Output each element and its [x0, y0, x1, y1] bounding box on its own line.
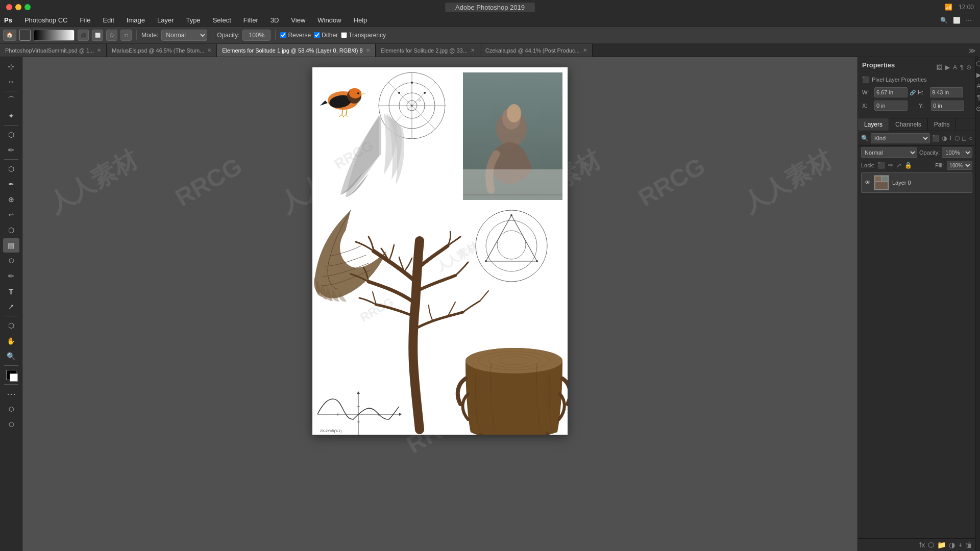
menu-image[interactable]: Image — [125, 15, 147, 25]
blend-mode-select[interactable]: Normal — [861, 147, 917, 158]
dither-checkbox[interactable] — [314, 32, 320, 38]
clone-stamp-tool[interactable]: ⊕ — [3, 192, 19, 207]
gradient-tool[interactable]: ▤ — [3, 238, 19, 253]
tab-czekala[interactable]: Czekala.psd @ 44.1% (Post Produc... ✕ — [480, 44, 593, 57]
menu-window[interactable]: Window — [315, 15, 343, 25]
create-new-layer-icon[interactable]: + — [958, 541, 962, 549]
move-tool[interactable]: ⊹ — [3, 59, 19, 73]
canvas-area[interactable]: 人人素材 RRCG 人人素材 RRCG 人人素材 RRCG 人人素材 RRCG — [22, 57, 857, 551]
lock-all-icon[interactable]: 🔒 — [904, 162, 912, 169]
tabs-collapse-icon[interactable]: ≫ — [968, 46, 976, 55]
link-icon[interactable]: 🔗 — [910, 90, 916, 95]
menu-filter[interactable]: Filter — [241, 15, 260, 25]
menu-file[interactable]: File — [78, 15, 92, 25]
lasso-tool[interactable]: ⌒ — [3, 93, 19, 108]
delete-layer-icon[interactable]: 🗑 — [965, 541, 972, 549]
play-icon[interactable]: ▶ — [945, 64, 950, 71]
properties-icon[interactable]: ⬡ — [976, 60, 980, 67]
shape-filter-icon[interactable]: ⬡ — [954, 135, 960, 142]
tab-close-icon[interactable]: ✕ — [471, 47, 475, 53]
home-button[interactable]: 🏠 — [3, 30, 16, 41]
menu-edit[interactable]: Edit — [101, 15, 116, 25]
y-input[interactable] — [931, 101, 964, 111]
adjustments-panel-icon[interactable]: ⊙ — [976, 105, 980, 112]
tab-layers[interactable]: Layers — [858, 118, 889, 131]
menu-photoshop-cc[interactable]: Photoshop CC — [22, 15, 70, 25]
tab-close-icon[interactable]: ✕ — [207, 47, 211, 53]
width-input[interactable] — [874, 87, 908, 97]
tab-close-icon[interactable]: ✕ — [583, 47, 587, 53]
close-button[interactable] — [6, 4, 12, 10]
history-brush-tool[interactable]: ↩ — [3, 208, 19, 222]
eraser-tool[interactable]: ⬡ — [3, 223, 19, 237]
shape-tool[interactable]: ⬡ — [3, 318, 19, 333]
menu-view[interactable]: View — [289, 15, 307, 25]
tab-marius-els[interactable]: MariusEls.psd @ 46.5% (The Stum... ✕ — [107, 44, 217, 57]
gradient-option1[interactable]: ⬛ — [78, 30, 89, 41]
tool-options-btn1[interactable] — [19, 30, 31, 41]
pen-tool[interactable]: ✏ — [3, 269, 19, 283]
pixel-layer-icon[interactable]: 🖼 — [936, 64, 942, 71]
play-panel-icon[interactable]: ▶ — [976, 71, 980, 79]
healing-brush-tool[interactable]: ⬡ — [3, 162, 19, 176]
extra-options[interactable]: ⋯ — [3, 387, 19, 401]
zoom-tool[interactable]: 🔍 — [3, 349, 19, 363]
settings-circle-icon[interactable]: ⊙ — [966, 64, 971, 71]
gradient-option2[interactable]: ⬜ — [92, 30, 103, 41]
workspace-icon[interactable]: ⬜ — [953, 17, 961, 24]
document-canvas[interactable]: 2X-2Y=5(Y-1) RRCG 人人素材 RRCG — [312, 67, 568, 435]
create-group-icon[interactable]: 📁 — [937, 541, 946, 549]
paragraph-icon[interactable]: ¶ — [960, 64, 963, 71]
menu-type[interactable]: Type — [184, 15, 203, 25]
gradient-option4[interactable]: ◻ — [120, 30, 132, 41]
lock-artboard-icon[interactable]: ↗ — [896, 162, 901, 169]
menu-select[interactable]: Select — [211, 15, 233, 25]
layer-kind-select[interactable]: Kind — [871, 133, 930, 143]
type-panel-icon[interactable]: A — [976, 83, 980, 90]
brush-tool[interactable]: ✒ — [3, 177, 19, 191]
lock-pixels-icon[interactable]: ⬛ — [877, 162, 885, 169]
paragraph-panel-icon[interactable]: ¶ — [977, 94, 980, 101]
crop-tool[interactable]: ⬡ — [3, 128, 19, 142]
search-icon[interactable]: 🔍 — [940, 17, 948, 24]
height-input[interactable] — [930, 87, 963, 97]
layer-item-layer0[interactable]: 👁 Layer 0 — [861, 172, 972, 193]
layer-fx-icon[interactable]: fx — [919, 541, 925, 549]
tab-close-icon[interactable]: ✕ — [366, 47, 370, 53]
adjust-layer-filter-icon[interactable]: ◑ — [942, 135, 947, 142]
create-adjustment-icon[interactable]: ◑ — [949, 541, 955, 549]
minimize-button[interactable] — [15, 4, 21, 10]
maximize-button[interactable] — [24, 4, 31, 10]
tab-close-icon[interactable]: ✕ — [97, 47, 101, 53]
tab-paths[interactable]: Paths — [928, 118, 957, 131]
transparency-checkbox[interactable] — [341, 32, 347, 38]
adjustments-icon[interactable]: ⬡ — [3, 402, 19, 416]
selection-tool[interactable]: ↔ — [3, 74, 19, 89]
transparency-check[interactable]: Transparency — [341, 32, 386, 39]
eyedropper-tool[interactable]: ✏ — [3, 143, 19, 157]
extras-icon[interactable]: ⋯ — [966, 17, 972, 24]
reverse-check[interactable]: Reverse — [280, 32, 311, 39]
tab-elements-solitude-1[interactable]: Elements for Solitude 1.jpg @ 58.4% (Lay… — [217, 44, 375, 57]
type-filter-icon[interactable]: T — [949, 135, 952, 142]
tab-elements-solitude-2[interactable]: Elements for Solitude 2.jpg @ 33... ✕ — [376, 44, 480, 57]
smart-filter-icon[interactable]: ◻ — [962, 135, 967, 142]
mode-select[interactable]: Normal — [161, 30, 207, 41]
dither-check[interactable]: Dither — [314, 32, 338, 39]
reverse-checkbox[interactable] — [280, 32, 286, 38]
opacity-select[interactable]: 100% — [942, 147, 972, 158]
dodge-tool[interactable]: ⬡ — [3, 254, 19, 268]
gradient-option3[interactable]: ⬡ — [106, 30, 117, 41]
path-selection-tool[interactable]: ↗ — [3, 299, 19, 314]
menu-help[interactable]: Help — [352, 15, 370, 25]
x-input[interactable] — [874, 101, 908, 111]
menu-layer[interactable]: Layer — [155, 15, 176, 25]
type-tool[interactable]: T — [3, 284, 19, 298]
tab-photoshop-virtual-summit[interactable]: PhotoshopVirtualSummit.psd @ 1... ✕ — [0, 44, 107, 57]
search-layers-icon[interactable]: 🔍 — [861, 135, 869, 142]
magic-wand-tool[interactable]: ✦ — [3, 109, 19, 123]
tab-channels[interactable]: Channels — [889, 118, 928, 131]
add-layer-mask-icon[interactable]: ⬡ — [928, 541, 934, 549]
foreground-color[interactable] — [3, 368, 19, 382]
layer-toggle-icon[interactable]: ○ — [969, 135, 972, 142]
